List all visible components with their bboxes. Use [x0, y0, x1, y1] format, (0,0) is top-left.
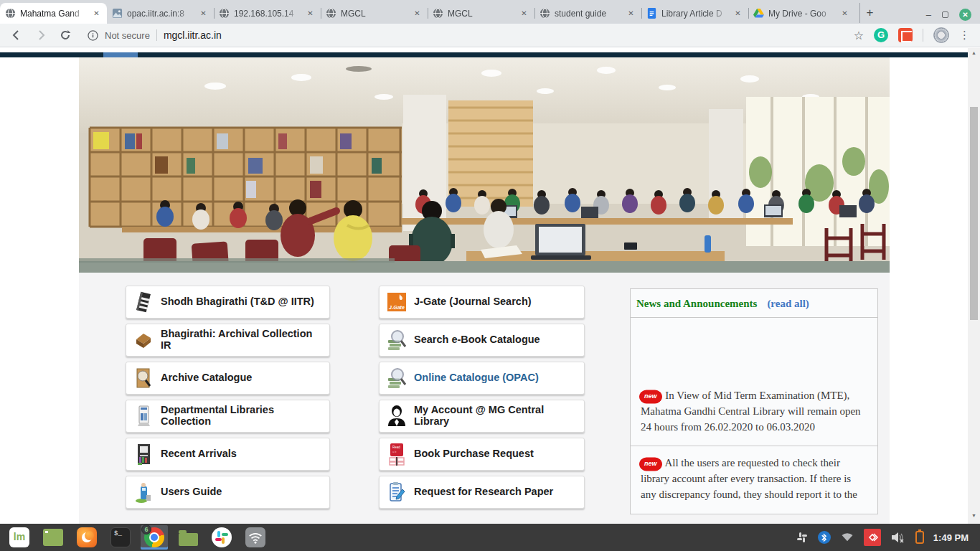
guide-kiosk-icon: [133, 479, 154, 505]
link-label: Bhagirathi: Archival Collection IR: [161, 329, 323, 352]
reload-icon[interactable]: [59, 29, 72, 42]
browser-menu-icon[interactable]: ⋮: [959, 29, 970, 42]
mint-logo-icon: lm: [9, 527, 29, 547]
link-label: Departmental Libraries Collection: [161, 405, 323, 428]
address-bar[interactable]: Not secure mgcl.iitr.ac.in: [83, 26, 842, 44]
tab-close-icon[interactable]: ✕: [91, 8, 102, 19]
profile-avatar[interactable]: [933, 27, 949, 43]
tab-student-guide[interactable]: student guide ✕: [534, 3, 641, 24]
read-all-link[interactable]: (read all): [767, 298, 809, 309]
close-window-button[interactable]: ✕: [959, 9, 971, 21]
terminal-icon: $_: [110, 527, 131, 547]
tab-close-icon[interactable]: ✕: [839, 8, 850, 19]
svg-text:a b: a b: [392, 450, 397, 453]
folder-icon: [179, 533, 198, 546]
laptop: [531, 224, 591, 260]
tab-title: student guide: [555, 9, 621, 19]
tab-title: opac.iitr.ac.in:8: [127, 9, 194, 19]
link-recent-arrivals[interactable]: Recent Arrivals: [126, 438, 330, 471]
scrollbar-thumb[interactable]: [970, 107, 978, 320]
separator: [923, 29, 923, 42]
link-my-account[interactable]: My Account @ MG Central Library: [379, 400, 585, 433]
link-jgate[interactable]: J-Gate J-Gate (Journal Search): [379, 286, 585, 319]
separator: [156, 29, 157, 41]
news-header: News and Announcements (read all): [631, 289, 877, 318]
terminal-launcher[interactable]: $_: [107, 525, 134, 550]
quick-links-left: Shodh Bhagirathi (T&D @ IITR) Bhagirathi…: [126, 286, 330, 514]
link-book-purchase[interactable]: Reada b Book Purchase Request: [379, 438, 585, 471]
tab-close-icon[interactable]: ✕: [198, 8, 209, 19]
bluetooth-icon[interactable]: [818, 531, 831, 544]
tab-close-icon[interactable]: ✕: [626, 8, 636, 19]
firefox-icon: [77, 527, 97, 547]
tab-close-icon[interactable]: ✕: [412, 8, 423, 19]
tab-close-icon[interactable]: ✕: [732, 8, 743, 19]
battery-icon[interactable]: [915, 531, 924, 544]
tab-opac[interactable]: opac.iitr.ac.in:8 ✕: [107, 3, 214, 24]
page-scrollbar[interactable]: ▲ ▼: [968, 48, 980, 524]
new-tab-button[interactable]: +: [859, 3, 880, 23]
svg-text:Read: Read: [392, 446, 400, 449]
link-ebook-catalogue[interactable]: Search e-Book Catalogue: [379, 324, 585, 357]
link-users-guide[interactable]: Users Guide: [126, 476, 330, 509]
tab-close-icon[interactable]: ✕: [305, 8, 316, 19]
svg-text:J-Gate: J-Gate: [389, 305, 405, 310]
scroll-down-arrow[interactable]: ▼: [968, 511, 980, 521]
globe-icon: [219, 8, 230, 19]
tab-title: MGCL: [448, 9, 514, 19]
forward-icon[interactable]: [34, 29, 47, 42]
link-label: Request for Research Paper: [414, 486, 553, 498]
clipboard-pencil-icon: [386, 479, 407, 505]
link-research-paper[interactable]: Request for Research Paper: [379, 476, 585, 509]
tab-mgcl-2[interactable]: MGCL ✕: [428, 3, 534, 24]
file-manager-launcher[interactable]: [174, 525, 202, 550]
link-archive-catalogue[interactable]: Archive Catalogue: [126, 362, 330, 395]
tab-mahatma-gandhi[interactable]: Mahatma Gand ✕: [0, 3, 107, 24]
book-magnifier-icon: [386, 327, 407, 353]
tab-mgcl-1[interactable]: MGCL ✕: [321, 3, 428, 24]
extension-icon[interactable]: [898, 28, 913, 42]
slack-icon: [212, 527, 232, 547]
tab-my-drive[interactable]: My Drive - Goo ✕: [748, 3, 855, 24]
slack-tray-icon[interactable]: [796, 531, 809, 544]
slack-launcher[interactable]: [208, 525, 235, 550]
back-icon[interactable]: [10, 29, 23, 42]
bookmark-star-icon[interactable]: ☆: [854, 29, 864, 42]
info-icon[interactable]: [88, 30, 98, 41]
tab-title: My Drive - Goo: [768, 9, 835, 19]
scroll-up-arrow[interactable]: ▲: [968, 48, 980, 58]
desktop-icon: [43, 529, 63, 546]
network-tool-launcher[interactable]: [242, 525, 269, 550]
link-departmental-libraries[interactable]: Departmental Libraries Collection: [126, 400, 330, 433]
card-magnifier-icon: [133, 365, 154, 391]
nav-active-segment: [103, 52, 138, 57]
news-text: All the users are requested to check the…: [641, 457, 857, 500]
news-item: new In View of Mid Term Examination (MTE…: [631, 318, 877, 446]
google-docs-icon: [646, 8, 657, 19]
grammarly-icon[interactable]: G: [874, 28, 888, 42]
link-shodh-bhagirathi[interactable]: Shodh Bhagirathi (T&D @ IITR): [126, 286, 330, 319]
tab-ip-address[interactable]: 192.168.105.14 ✕: [214, 3, 321, 24]
link-label: Book Purchase Request: [414, 448, 534, 460]
tab-library-article[interactable]: Library Article D ✕: [641, 3, 748, 24]
chrome-launcher[interactable]: 6: [141, 525, 168, 550]
browser-toolbar: Not secure mgcl.iitr.ac.in ☆ G ⋮: [0, 24, 980, 47]
person-icon: [386, 403, 407, 429]
url-text[interactable]: mgcl.iitr.ac.in: [164, 29, 222, 41]
link-label: Online Catalogue (OPAC): [414, 372, 539, 384]
restore-button[interactable]: [942, 11, 948, 18]
volume-muted-icon[interactable]: [890, 531, 906, 544]
tab-close-icon[interactable]: ✕: [519, 8, 529, 19]
minimize-button[interactable]: –: [926, 9, 931, 20]
taskbar-clock[interactable]: 1:49 PM: [933, 532, 969, 543]
show-desktop-button[interactable]: [39, 525, 67, 550]
firefox-launcher[interactable]: [73, 525, 100, 550]
anydesk-icon[interactable]: [864, 529, 881, 546]
taskbar: lm $_ 6 1:49 PM: [0, 524, 980, 551]
network-tray-icon[interactable]: [840, 531, 854, 544]
mint-menu-button[interactable]: lm: [6, 525, 33, 550]
chrome-window-count-badge: 6: [141, 524, 151, 534]
link-opac[interactable]: Online Catalogue (OPAC): [379, 362, 585, 395]
quick-links-middle: J-Gate J-Gate (Journal Search) Search e-…: [379, 286, 585, 514]
link-archival-collection[interactable]: Bhagirathi: Archival Collection IR: [126, 324, 330, 357]
